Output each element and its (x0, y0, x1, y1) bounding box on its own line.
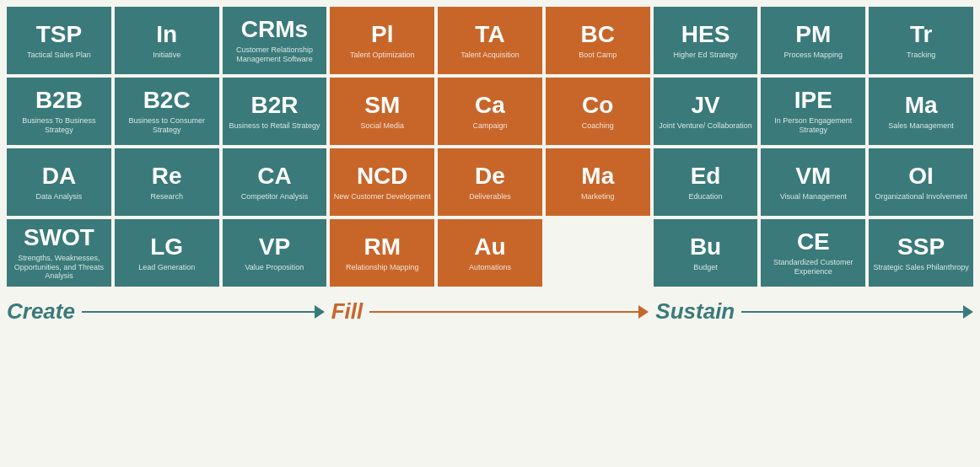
grid-cell: JVJoint Venture/ Collaboration (654, 78, 758, 145)
grid-cell: CRMsCustomer Relationship Management Sof… (223, 7, 327, 74)
grid-cell: TATalent Acquisition (438, 7, 542, 74)
grid-cell: B2BBusiness To Business Strategy (7, 78, 111, 145)
fill-label: Fill (331, 298, 363, 325)
fill-arrow-line (369, 311, 639, 313)
grid-cell: SWOTStrengths, Weaknesses, Opportunities… (7, 219, 111, 287)
grid-cell: DeDeliverables (438, 148, 542, 216)
cell-abbreviation: VM (795, 164, 831, 190)
grid-cell: CaCampaign (438, 78, 542, 145)
cell-full-label: Strengths, Weaknesses, Opportunities, an… (10, 254, 108, 281)
cell-full-label: Campaign (472, 121, 507, 131)
grid-cell: NCDNew Customer Development (330, 148, 434, 216)
grid-cell: SMSocial Media (330, 78, 434, 145)
bottom-bar: Create Fill Sustain (0, 290, 980, 330)
grid-cell: HESHigher Ed Strategy (654, 7, 758, 74)
grid-cell: OIOrganizational Involvement (869, 148, 973, 216)
cell-full-label: Customer Relationship Management Softwar… (226, 46, 324, 64)
cell-full-label: Relationship Mapping (346, 263, 419, 272)
cell-abbreviation: Co (582, 93, 613, 119)
cell-abbreviation: B2B (35, 88, 83, 114)
cell-abbreviation: TA (475, 22, 504, 48)
cell-full-label: Talent Acquisition (460, 51, 520, 60)
cell-full-label: Tactical Sales Plan (27, 51, 91, 60)
cell-abbreviation: CE (797, 229, 830, 255)
fill-arrow-head (638, 305, 649, 319)
cell-abbreviation: Ed (691, 164, 721, 190)
cell-full-label: In Person Engagement Strategy (764, 116, 862, 135)
cell-abbreviation: OI (908, 164, 934, 190)
grid-cell: LGLead Generation (115, 219, 219, 287)
grid-cell: MaSales Management (869, 78, 973, 145)
grid-cell: ReResearch (115, 148, 219, 216)
grid-cell (546, 219, 650, 287)
cell-abbreviation: Bu (690, 234, 721, 260)
cell-abbreviation: BC (581, 22, 615, 48)
grid-cell: CACompetitor Analysis (223, 148, 327, 216)
cell-full-label: Process Mapping (784, 51, 843, 60)
grid-cell: IPEIn Person Engagement Strategy (761, 78, 865, 145)
sustain-arrow-line (741, 311, 964, 313)
cell-abbreviation: VP (259, 234, 290, 260)
cell-full-label: Tracking (907, 51, 935, 60)
cell-abbreviation: Ma (905, 93, 938, 119)
sustain-section: Sustain (655, 298, 973, 325)
cell-abbreviation: In (156, 22, 177, 48)
cell-full-label: Social Media (360, 121, 404, 131)
create-label: Create (7, 298, 75, 325)
cell-abbreviation: SM (364, 93, 400, 119)
cell-abbreviation: Tr (910, 22, 932, 48)
cell-abbreviation: B2R (250, 93, 298, 119)
create-section: Create (7, 298, 325, 325)
cell-full-label: New Customer Development (334, 192, 431, 201)
grid-cell: EdEducation (654, 148, 758, 216)
grid-cell: TrTracking (869, 7, 973, 74)
cell-full-label: Higher Ed Strategy (674, 51, 738, 60)
cell-full-label: Coaching (582, 121, 614, 131)
cell-abbreviation: CA (257, 164, 291, 190)
fill-arrow (369, 305, 649, 319)
cell-abbreviation: JV (691, 93, 719, 119)
cell-full-label: Research (150, 192, 183, 201)
cell-abbreviation: Re (152, 164, 182, 190)
cell-full-label: Business to Retail Strategy (229, 121, 320, 131)
cell-full-label: Business to Consumer Strategy (118, 116, 216, 135)
cell-abbreviation: Au (474, 234, 505, 260)
cell-abbreviation: HES (681, 22, 730, 48)
cell-full-label: Budget (693, 263, 718, 272)
create-arrow (82, 305, 325, 319)
cell-abbreviation: CRMs (241, 17, 308, 43)
create-arrow-head (315, 305, 325, 319)
grid-cell: PlTalent Optimization (330, 7, 434, 74)
cell-abbreviation: TSP (36, 22, 82, 48)
sustain-label: Sustain (655, 298, 735, 325)
grid-cell: RMRelationship Mapping (330, 219, 434, 287)
grid-cell: MaMarketing (546, 148, 650, 216)
sustain-arrow (741, 305, 973, 319)
cell-full-label: Automations (469, 263, 511, 272)
grid-cell: VMVisual Management (761, 148, 865, 216)
grid-cell: CEStandardized Customer Experience (761, 219, 865, 287)
cell-abbreviation: NCD (357, 164, 408, 190)
cell-abbreviation: De (475, 164, 505, 190)
cell-abbreviation: SSP (897, 234, 945, 260)
cell-full-label: Talent Optimization (350, 51, 415, 60)
cell-full-label: Sales Management (888, 121, 954, 131)
grid-cell: B2RBusiness to Retail Strategy (223, 78, 327, 145)
cell-full-label: Education (689, 192, 723, 201)
cell-full-label: Lead Generation (138, 263, 195, 272)
cell-full-label: Organizational Involvement (875, 192, 967, 201)
grid-cell: PMProcess Mapping (761, 7, 865, 74)
cell-full-label: Deliverables (469, 192, 511, 201)
grid-cell: BCBoot Camp (546, 7, 650, 74)
cell-full-label: Business To Business Strategy (10, 116, 108, 135)
grid-cell: AuAutomations (438, 219, 542, 287)
cell-full-label: Visual Management (780, 192, 847, 201)
cell-full-label: Data Analysis (36, 192, 83, 201)
grid-cell: CoCoaching (546, 78, 650, 145)
grid-cell: InInitiative (115, 7, 219, 74)
fill-section: Fill (331, 298, 649, 325)
cell-abbreviation: B2C (143, 88, 191, 114)
grid-cell: VPValue Proposition (223, 219, 327, 287)
cell-abbreviation: RM (363, 234, 401, 260)
cell-full-label: Joint Venture/ Collaboration (659, 121, 752, 131)
